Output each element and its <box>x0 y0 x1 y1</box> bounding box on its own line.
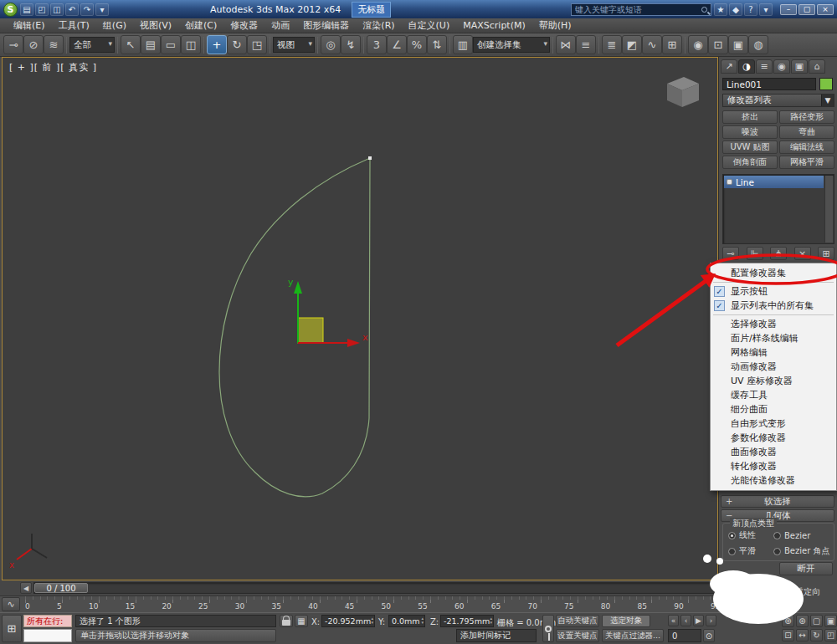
object-name-field[interactable]: Line001 <box>722 78 816 90</box>
mini-curve-editor-button[interactable]: ∿ <box>2 597 20 611</box>
time-slider-left-arrow[interactable]: ◀ <box>20 582 32 594</box>
next-frame-icon[interactable]: › <box>706 615 716 626</box>
modifier-set-button-3[interactable]: 弯曲 <box>779 125 834 139</box>
infocenter-star-icon[interactable]: ★ <box>714 3 727 16</box>
tab-utilities[interactable]: ⌂ <box>809 59 825 74</box>
time-tag-field[interactable]: 添加时间标记 <box>456 629 537 642</box>
tab-display[interactable]: ▣ <box>791 59 808 74</box>
selection-region-icon[interactable]: ▭ <box>161 35 181 54</box>
spline-shape[interactable] <box>219 158 370 497</box>
context-menu-item-3[interactable]: ✓显示列表中的所有集 <box>711 299 836 313</box>
spinner-icon[interactable]: ▴▾ <box>371 616 373 625</box>
context-menu-item-6[interactable]: 面片/样条线编辑 <box>711 331 836 345</box>
zoom-region-icon[interactable]: ⊡ <box>782 629 794 641</box>
menu-item-1[interactable]: 工具(T) <box>52 18 96 33</box>
context-menu-item-12[interactable]: 自由形式变形 <box>711 417 836 431</box>
menu-item-11[interactable]: 帮助(H) <box>532 18 578 33</box>
tab-motion[interactable]: ◉ <box>773 59 790 74</box>
spinner-icon[interactable]: ▴▾ <box>490 616 492 625</box>
menu-item-0[interactable]: 编辑(E) <box>7 18 52 33</box>
vertex-type-option-1[interactable]: Bezier <box>773 529 829 541</box>
search-icon[interactable] <box>701 7 707 13</box>
timeline-ruler[interactable]: 0510152025303540455055606570758085909510… <box>25 596 762 613</box>
selection-lock-icon[interactable] <box>280 615 293 627</box>
menu-item-10[interactable]: MAXScript(M) <box>456 19 532 32</box>
context-menu-item-15[interactable]: 转化修改器 <box>711 459 836 473</box>
modifier-stack-item[interactable]: Line <box>724 176 824 188</box>
graphite-ribbon-icon[interactable]: ◩ <box>622 35 642 54</box>
context-menu-item-9[interactable]: UV 座标修改器 <box>711 374 836 388</box>
named-selection-dropdown[interactable]: 创建选择集 <box>473 37 550 53</box>
z-coordinate-input[interactable]: -21.795mm▴▾ <box>440 615 494 627</box>
orbit-icon[interactable]: ↻ <box>810 629 823 641</box>
minimize-button[interactable]: – <box>780 4 797 15</box>
modifier-list-dropdown[interactable]: 修改器列表 ▼ <box>722 94 834 107</box>
zoom-all-icon[interactable]: ⊛ <box>796 615 809 627</box>
go-to-start-icon[interactable]: « <box>668 615 679 626</box>
context-menu-item-11[interactable]: 细分曲面 <box>711 402 836 417</box>
angle-snap-icon[interactable]: ∠ <box>387 35 407 54</box>
modifier-set-button-7[interactable]: 网格平滑 <box>779 156 834 169</box>
viewport-front[interactable]: [ + ][ 前 ][ 真实 ] y x x <box>2 57 718 580</box>
modifier-set-button-1[interactable]: 路径变形 <box>779 110 834 124</box>
bind-to-space-warp-icon[interactable]: ≋ <box>44 35 64 54</box>
workspace-dropdown-icon[interactable]: ▾ <box>95 3 109 16</box>
close-button[interactable]: × <box>817 4 834 15</box>
restore-button[interactable]: ▢ <box>798 4 815 15</box>
zoom-icon[interactable]: ⊕ <box>782 615 794 627</box>
menu-item-2[interactable]: 组(G) <box>96 18 133 33</box>
viewport-layout-icon[interactable]: ⊞ <box>2 615 22 642</box>
window-crossing-icon[interactable]: ◫ <box>181 35 201 54</box>
modifier-set-button-2[interactable]: 噪波 <box>722 125 778 139</box>
mirror-icon[interactable]: ⋈ <box>556 35 576 54</box>
menu-item-6[interactable]: 动画 <box>264 18 296 33</box>
view-cube[interactable] <box>667 77 699 107</box>
absolute-mode-icon[interactable]: ▦ <box>295 615 308 627</box>
maxscript-listener-field[interactable] <box>23 629 72 642</box>
unlink-selection-icon[interactable]: ⊘ <box>23 35 44 54</box>
stack-scrollbar[interactable] <box>824 176 833 243</box>
previous-frame-icon[interactable]: ‹ <box>680 615 691 626</box>
menu-item-9[interactable]: 自定义(U) <box>402 18 457 33</box>
x-coordinate-input[interactable]: -20.952mm▴▾ <box>321 615 375 627</box>
wireframe-color-swatch[interactable] <box>819 78 833 90</box>
maximize-viewport-icon[interactable]: ◰ <box>824 629 837 641</box>
material-editor-icon[interactable]: ◉ <box>688 35 708 54</box>
chevron-down-icon[interactable]: ▼ <box>821 95 834 106</box>
context-menu-item-0[interactable]: 配置修改器集 <box>711 266 836 280</box>
macro-recorder-field[interactable]: 所有在行: <box>23 615 72 627</box>
schematic-view-icon[interactable]: ⊞ <box>662 35 682 54</box>
select-and-move-icon[interactable]: + <box>207 35 227 54</box>
select-object-icon[interactable]: ↖ <box>121 35 141 54</box>
new-scene-icon[interactable]: ▤ <box>20 3 33 16</box>
render-production-icon[interactable]: ◍ <box>748 35 768 54</box>
menu-item-3[interactable]: 视图(V) <box>133 18 178 33</box>
modifier-set-button-4[interactable]: UVW 贴图 <box>722 141 778 154</box>
vertex-type-option-3[interactable]: Bezier 角点 <box>773 545 829 557</box>
time-slider-track[interactable]: 0 / 100 <box>33 582 742 594</box>
viewport-label[interactable]: [ + ][ 前 ][ 真实 ] <box>9 61 97 74</box>
select-by-name-icon[interactable]: ▤ <box>141 35 161 54</box>
snaps-toggle-icon[interactable]: 3 <box>367 35 387 54</box>
move-gizmo[interactable]: y x <box>288 277 368 347</box>
time-slider-handle[interactable]: 0 / 100 <box>34 583 88 593</box>
y-coordinate-input[interactable]: 0.0mm▴▾ <box>388 615 425 627</box>
current-frame-field[interactable]: 0 <box>668 629 701 642</box>
selection-filter-dropdown[interactable]: 全部 <box>69 37 115 53</box>
configure-modifier-sets-icon[interactable]: ⊞ <box>818 247 834 260</box>
rendered-frame-icon[interactable]: ▣ <box>728 35 748 54</box>
spinner-icon[interactable]: ▴▾ <box>421 616 424 625</box>
save-file-icon[interactable]: ◫ <box>50 3 64 16</box>
time-configuration-icon[interactable]: ⊙ <box>703 629 715 642</box>
vertex-type-option-0[interactable]: 线性 <box>728 529 773 541</box>
layer-manager-icon[interactable]: ≣ <box>602 35 622 54</box>
make-unique-icon[interactable]: ⋔ <box>770 247 787 260</box>
modifier-set-button-6[interactable]: 倒角剖面 <box>722 156 778 169</box>
percent-snap-icon[interactable]: % <box>407 35 427 54</box>
tab-hierarchy[interactable]: ≡ <box>756 59 773 74</box>
align-icon[interactable]: ≡ <box>576 35 596 54</box>
pan-icon[interactable]: ↔ <box>796 629 809 641</box>
reorient-checkbox[interactable] <box>783 587 792 595</box>
context-menu-item-7[interactable]: 网格编辑 <box>711 345 836 360</box>
menu-item-7[interactable]: 图形编辑器 <box>296 18 356 33</box>
